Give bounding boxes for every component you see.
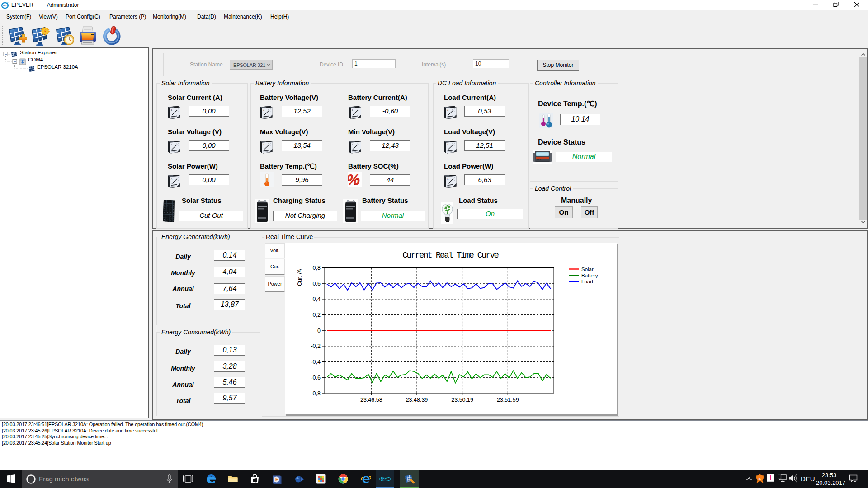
svg-text:A: A [447,178,448,180]
svg-text:A: A [171,178,172,180]
svg-text:A: A [447,109,448,112]
svg-text:-0,8: -0,8 [311,390,321,397]
svg-text:0,4: 0,4 [313,296,321,302]
svg-text:A: A [171,109,172,112]
svg-text:A: A [171,144,172,146]
svg-text:-0,6: -0,6 [311,375,321,381]
svg-text:Load: Load [581,279,593,284]
svg-text:A: A [352,109,353,112]
svg-text:23:50:19: 23:50:19 [451,397,473,403]
svg-text:%: % [348,172,360,187]
svg-text:Current Real Time Curve: Current Real Time Curve [402,250,499,260]
svg-text:23:51:59: 23:51:59 [497,397,519,403]
svg-text:0: 0 [317,328,321,334]
svg-text:Battery: Battery [581,273,598,278]
svg-text:A: A [263,109,264,112]
svg-text:-0,2: -0,2 [311,343,321,349]
svg-text:0,8: 0,8 [313,265,321,271]
svg-text:Solar: Solar [581,267,594,272]
svg-text:0,2: 0,2 [313,312,321,318]
svg-text:23:48:39: 23:48:39 [406,397,428,403]
svg-text:A: A [352,144,353,146]
svg-text:BUS: BUS [3,4,8,7]
svg-text:A: A [447,144,448,146]
svg-text:A: A [263,144,264,146]
svg-text:23:46:58: 23:46:58 [360,397,382,403]
svg-text:EPE: EPE [381,478,387,481]
svg-text:0,6: 0,6 [313,281,321,287]
svg-text:Cur. /A: Cur. /A [297,268,303,286]
svg-text:-0,4: -0,4 [311,359,321,365]
